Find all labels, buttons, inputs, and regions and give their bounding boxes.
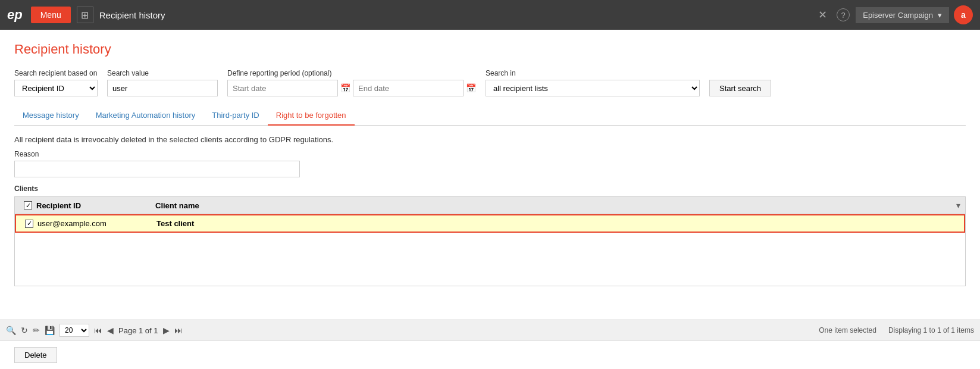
start-date-calendar-icon[interactable]: 📅 (340, 83, 350, 93)
header: ер Menu ⊞ Recipient history ✕ ? Episerve… (0, 0, 980, 30)
header-checkbox-cell: ✓ (20, 201, 36, 209)
window-icon[interactable]: ⊞ (77, 7, 93, 23)
content-description: All recipient data is irrevocably delete… (14, 135, 966, 144)
start-search-button[interactable]: Start search (709, 80, 771, 96)
edit-icon[interactable]: ✏ (33, 326, 40, 335)
end-date-calendar-icon[interactable]: 📅 (466, 83, 476, 93)
search-value-group: Search value (107, 69, 218, 96)
avatar[interactable]: a (954, 5, 973, 24)
table-row: ✓ user@example.com Test client (15, 214, 965, 233)
th-client-name: Client name (155, 201, 298, 210)
tab-message-history[interactable]: Message history (14, 106, 87, 126)
tab-third-party-id[interactable]: Third-party ID (203, 106, 267, 126)
page-info: Page 1 of 1 (118, 326, 158, 335)
page-title: Recipient history (14, 42, 966, 57)
menu-button[interactable]: Menu (31, 7, 71, 23)
help-icon[interactable]: ? (837, 8, 850, 21)
chevron-down-icon: ▾ (938, 11, 942, 20)
close-icon[interactable]: ✕ (818, 8, 827, 21)
end-date-input[interactable] (353, 80, 464, 96)
row-recipient-id: user@example.com (37, 219, 156, 228)
refresh-icon[interactable]: ↻ (21, 326, 28, 335)
bottom-right-info: One item selected Displaying 1 to 1 of 1… (819, 326, 974, 334)
th-recipient-id: Recipient ID (36, 201, 155, 210)
tab-right-to-be-forgotten[interactable]: Right to be forgotten (268, 106, 355, 126)
table-body: ✓ user@example.com Test client (15, 214, 965, 286)
logo: ер (7, 7, 23, 23)
table-header: ✓ Recipient ID Client name ▾ (15, 197, 965, 214)
tabs: Message history Marketing Automation his… (14, 106, 966, 126)
row-checkbox[interactable]: ✓ (25, 220, 33, 228)
campaign-selector[interactable]: Episerver Campaign ▾ (856, 7, 949, 23)
bottom-toolbar: 🔍 ↻ ✏ 💾 20 50 100 ⏮ ◀ Page 1 of 1 ▶ ⏭ On… (0, 320, 980, 340)
page-size-select[interactable]: 20 50 100 (60, 324, 89, 337)
search-in-group: Search in all recipient lists (486, 69, 700, 96)
recipient-based-on-group: Search recipient based on Recipient ID (14, 69, 98, 96)
header-right: Episerver Campaign ▾ a (856, 5, 973, 24)
expand-icon[interactable]: ▾ (956, 201, 960, 210)
search-value-input[interactable] (107, 80, 218, 96)
recipient-based-on-select[interactable]: Recipient ID (14, 80, 98, 96)
reporting-period-group: Define reporting period (optional) 📅 📅 (227, 69, 476, 96)
search-value-label: Search value (107, 69, 218, 77)
main-content: Recipient history Search recipient based… (0, 30, 980, 303)
select-all-checkbox[interactable]: ✓ (24, 201, 32, 209)
row-client-name: Test client (156, 219, 299, 228)
reporting-period-label: Define reporting period (optional) (227, 69, 476, 77)
row-checkbox-cell: ✓ (21, 220, 37, 228)
prev-page-button[interactable]: ◀ (107, 326, 114, 335)
clients-label: Clients (14, 185, 966, 193)
first-page-button[interactable]: ⏮ (94, 326, 102, 335)
items-selected-info: One item selected (819, 326, 876, 334)
search-in-label: Search in (486, 69, 700, 77)
search-bottom-icon[interactable]: 🔍 (6, 326, 16, 335)
delete-button[interactable]: Delete (14, 347, 57, 363)
displaying-info: Displaying 1 to 1 of 1 items (888, 326, 974, 334)
search-area: Search recipient based on Recipient ID S… (14, 69, 966, 96)
save-icon[interactable]: 💾 (45, 326, 55, 335)
clients-table: ✓ Recipient ID Client name ▾ ✓ user@exam… (14, 196, 966, 286)
delete-area: Delete (0, 340, 980, 369)
search-in-select[interactable]: all recipient lists (486, 80, 700, 96)
start-date-input[interactable] (227, 80, 338, 96)
tab-marketing-automation[interactable]: Marketing Automation history (87, 106, 204, 126)
recipient-based-on-label: Search recipient based on (14, 69, 98, 77)
header-title: Recipient history (99, 10, 807, 20)
reason-input[interactable] (14, 161, 300, 177)
next-page-button[interactable]: ▶ (163, 326, 170, 335)
last-page-button[interactable]: ⏭ (174, 326, 183, 335)
reason-label: Reason (14, 150, 966, 158)
